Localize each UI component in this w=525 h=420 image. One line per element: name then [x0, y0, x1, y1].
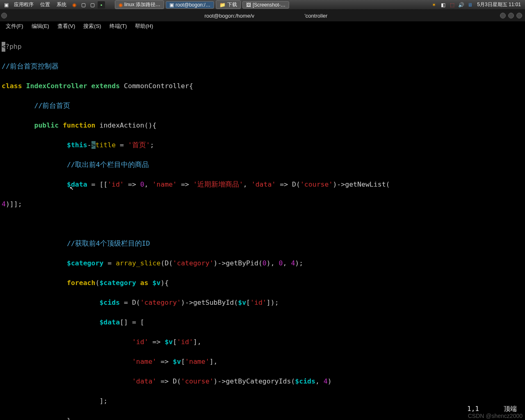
vim-position: 1,1: [467, 405, 479, 413]
taskbar-menu-system[interactable]: 系统: [53, 1, 70, 8]
menu-terminal[interactable]: 终端(T): [105, 23, 131, 30]
firefox-icon: ◉: [119, 2, 123, 8]
display-icon[interactable]: 🖥: [466, 1, 474, 9]
sun-icon[interactable]: ✶: [430, 1, 438, 9]
vim-cursor: <: [2, 42, 5, 52]
network-icon[interactable]: ⬚: [448, 1, 456, 9]
window-titlebar: root@bogon:/home/v 'controller: [0, 10, 525, 21]
taskbar-menu-apps[interactable]: 应用程序: [11, 1, 37, 8]
taskbar-clock[interactable]: 5月3日星期五 11:01: [475, 1, 523, 8]
taskbar-task-0[interactable]: ◉linux 添加路径…: [115, 0, 164, 9]
taskbar-task-3[interactable]: 🖼[Screenshot-…: [242, 1, 289, 9]
download-icon: 📁: [219, 2, 226, 8]
firefox-icon[interactable]: ◉: [71, 1, 78, 9]
vim-status: 1,1 顶端: [467, 405, 517, 413]
menu-help[interactable]: 帮助(H): [131, 23, 157, 30]
watermark: CSDN @shencz2000: [468, 413, 523, 419]
window-close[interactable]: [516, 13, 522, 18]
vim-scroll: 顶端: [504, 405, 517, 413]
file-icon[interactable]: ▢: [80, 1, 87, 9]
terminal-icon[interactable]: ▪: [98, 1, 105, 9]
gnome-menu-icon: ▣: [2, 1, 10, 9]
terminal-menubar: 文件(F) 编辑(E) 查看(V) 搜索(S) 终端(T) 帮助(H): [0, 21, 525, 31]
menu-view[interactable]: 查看(V): [53, 23, 79, 30]
menu-file[interactable]: 文件(F): [2, 23, 27, 30]
window-title-left: root@bogon:/home/v: [204, 13, 262, 19]
terminal-icon: ▣: [169, 2, 174, 8]
vim-editor[interactable]: <?php //前台首页控制器 class IndexController ex…: [0, 31, 525, 420]
taskbar-task-1[interactable]: ▣root@bogon:/…: [166, 1, 214, 9]
taskbar-task-2[interactable]: 📁下载: [216, 0, 241, 9]
tray-icon[interactable]: ◧: [439, 1, 447, 9]
image-icon: 🖼: [246, 2, 251, 8]
window-control[interactable]: [1, 13, 7, 18]
taskbar-menu-places[interactable]: 位置: [37, 1, 53, 8]
volume-icon[interactable]: 🔊: [457, 1, 465, 9]
window-max[interactable]: [508, 13, 514, 18]
window-title-right: 'controller: [304, 13, 327, 19]
window-min[interactable]: [500, 13, 506, 18]
folder-icon[interactable]: ▢: [89, 1, 96, 9]
menu-edit[interactable]: 编辑(E): [27, 23, 53, 30]
menu-search[interactable]: 搜索(S): [79, 23, 105, 30]
gnome-taskbar: ▣ 应用程序 位置 系统 ◉ ▢ ▢ ▪ ◉linux 添加路径… ▣root@…: [0, 0, 525, 10]
